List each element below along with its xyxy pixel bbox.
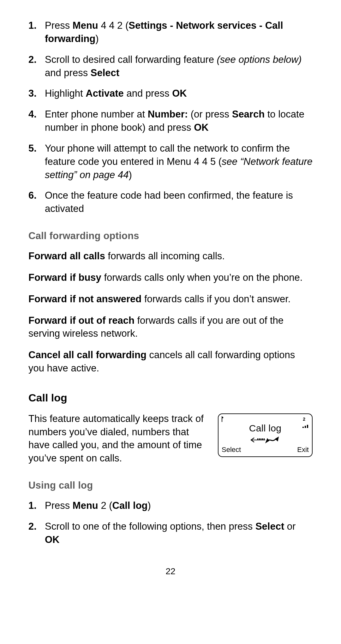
step-number: 2. [28,520,45,546]
list-item: 2.Scroll to desired call forwarding feat… [28,53,313,80]
list-item: 6.Once the feature code had been confirm… [28,189,313,215]
step-text: Highlight Activate and press OK [45,87,313,100]
list-item: 2.Scroll to one of the following options… [28,520,313,546]
subhead-using-call-log: Using call log [28,479,313,492]
step-text: Press Menu 4 4 2 (Settings - Network ser… [45,19,313,45]
step-number: 5. [28,142,45,182]
option-paragraph: Forward if busy forwards calls only when… [28,271,313,284]
page-number: 22 [28,565,313,577]
option-paragraph: Forward if not answered forwards calls i… [28,292,313,306]
step-number: 1. [28,19,45,45]
svg-marker-3 [266,439,269,442]
phone-softkey-right: Exit [297,445,309,454]
option-paragraph: Cancel all call forwarding cancels all c… [28,348,313,375]
list-item: 5.Your phone will attempt to call the ne… [28,142,313,182]
step-number: 1. [28,499,45,512]
step-text: Enter phone number at Number: (or press … [45,108,313,134]
list-item: 4.Enter phone number at Number: (or pres… [28,108,313,134]
phone-arrow-icon [222,436,309,444]
option-paragraph: Forward if out of reach forwards calls i… [28,314,313,340]
step-text: Press Menu 2 (Call log) [45,499,313,512]
call-forwarding-steps: 1.Press Menu 4 4 2 (Settings - Network s… [28,19,313,215]
phone-screen-illustration: 2 Call log Select [218,413,313,457]
signal-indicator: 2 [303,416,309,421]
step-text: Scroll to desired call forwarding featur… [45,53,313,80]
list-item: 3.Highlight Activate and press OK [28,87,313,100]
step-text: Scroll to one of the following options, … [45,520,313,546]
call-log-description: This feature automatically keeps track o… [28,412,210,465]
step-text: Once the feature code had been confirmed… [45,189,313,215]
subhead-call-forwarding-options: Call forwarding options [28,229,313,243]
option-paragraph: Forward all calls forwards all incoming … [28,250,313,263]
step-number: 4. [28,108,45,134]
battery-icon [222,416,222,421]
step-text: Your phone will attempt to call the netw… [45,142,313,182]
step-number: 2. [28,53,45,80]
list-item: 1.Press Menu 2 (Call log) [28,499,313,512]
phone-title: Call log [222,422,309,435]
list-item: 1.Press Menu 4 4 2 (Settings - Network s… [28,19,313,45]
svg-marker-2 [276,437,278,441]
call-forwarding-options: Forward all calls forwards all incoming … [28,250,313,375]
step-number: 6. [28,189,45,215]
signal-number: 2 [303,417,305,422]
phone-softkey-left: Select [222,445,241,454]
using-call-log-steps: 1.Press Menu 2 (Call log)2.Scroll to one… [28,499,313,546]
section-heading-call-log: Call log [28,391,313,405]
step-number: 3. [28,87,45,100]
